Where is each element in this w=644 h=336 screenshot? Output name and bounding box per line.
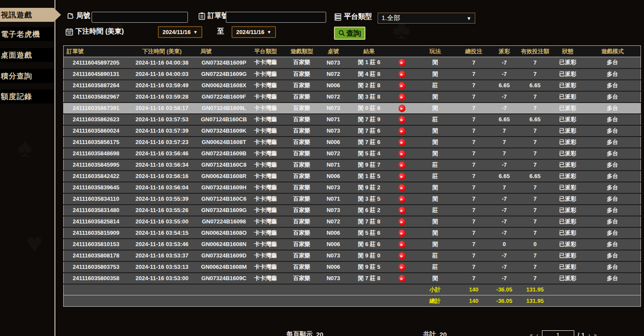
play-icon[interactable]: ▶ [399,184,405,192]
play-icon[interactable]: ▶ [399,173,405,180]
play-icon[interactable]: ▶ [399,195,405,203]
table-row[interactable]: 241116035862623 2024-11-16 03:57:53 GN07… [64,114,641,125]
sidebar-item-points-query[interactable]: 積分查詢 [0,69,54,83]
play-icon[interactable]: ▶ [399,105,405,112]
play-icon[interactable]: ▶ [399,252,405,260]
play-icon[interactable]: ▶ [399,116,405,123]
sidebar-item-table-games[interactable]: 桌面遊戲 [0,48,54,62]
cell-replay: ▶ [392,91,412,103]
cell-bet-time: 2024-11-16 03:55:26 [126,205,199,216]
play-icon[interactable]: ▶ [399,82,405,89]
platform-type-select[interactable]: 1.全部 ▼ [378,13,475,24]
cell-platform-type: 卡卡灣廳 [248,216,284,227]
chevron-down-icon: ▼ [467,16,471,21]
table-row[interactable]: 241116035810153 2024-11-16 03:53:46 GN00… [64,239,641,250]
sidebar-item-label: 電子老虎機 [1,29,40,39]
last-page-button[interactable]: » [594,332,597,336]
table-row[interactable]: 241116035848698 2024-11-16 03:56:46 GN07… [64,148,641,159]
cell-table-number: N006 [320,227,347,239]
page-number-input[interactable] [542,330,574,336]
play-icon[interactable]: ▶ [399,207,405,214]
table-row[interactable]: 241116035831480 2024-11-16 03:55:26 GN07… [64,205,641,216]
col-header-round-number: 局號 [199,46,248,57]
cell-order-number: 241116045890131 [64,69,126,80]
table-row[interactable]: 241116035845995 2024-11-16 03:56:34 GN07… [64,159,641,171]
col-header-valid-bet: 有效投注額 [519,46,551,57]
cell-table-number: N006 [320,261,347,273]
table-row[interactable]: 241116035834110 2024-11-16 03:55:39 GN07… [64,193,641,205]
play-icon[interactable]: ▶ [399,139,405,146]
cell-table-number: N073 [320,250,347,261]
cell-game-type: 百家樂 [284,227,320,239]
cell-replay: ▶ [392,57,412,69]
sidebar-item-credit-record[interactable]: 額度記錄 [0,89,54,103]
cell-status: 已派彩 [551,261,585,273]
cell-order-number: 241116045897205 [64,57,126,69]
cell-bet-time: 2024-11-16 03:55:00 [126,216,199,227]
cell-round-number: GN07224B1609G [199,69,248,80]
per-page-control[interactable]: 每頁顯示 20 [286,330,324,336]
cell-status: 已派彩 [551,57,585,69]
date-from-picker[interactable]: 2024/11/16 ▼ [158,26,202,38]
col-header-result: 結果 [347,46,392,57]
play-icon[interactable]: ▶ [399,218,405,226]
table-row[interactable]: 241116035839645 2024-11-16 03:56:04 GN07… [64,182,641,193]
table-row[interactable]: 241116035842422 2024-11-16 03:56:16 GN00… [64,171,641,182]
table-row[interactable]: 241116035860024 2024-11-16 03:57:39 GN07… [64,125,641,137]
cell-order-number: 241116035882967 [64,91,126,103]
cell-table-number: N072 [320,91,347,103]
table-row[interactable]: 241116035800358 2024-11-16 03:53:00 GN07… [64,273,641,284]
cell-bet-time: 2024-11-16 03:54:15 [126,227,199,239]
table-row[interactable]: 241116045897205 2024-11-16 04:00:38 GN07… [64,57,641,69]
cell-total-bet: 7 [458,239,490,250]
list-icon [334,13,342,21]
cell-result: 閒 0 莊 8 [347,103,392,114]
cell-table-number: N073 [320,273,347,284]
date-to-picker[interactable]: 2024/11/16 ▼ [232,26,276,38]
cell-order-number: 241116035808178 [64,250,126,261]
cell-replay: ▶ [392,227,412,239]
table-row[interactable]: 241116035803753 2024-11-16 03:53:13 GN00… [64,261,641,273]
col-header-platform-type: 平台類型 [248,46,284,57]
cell-game-mode: 多台 [585,239,641,250]
cell-order-number: 241116035845995 [64,159,126,171]
col-header-game-mode: 遊戲模式 [585,46,641,57]
cell-total-bet: 7 [458,205,490,216]
first-page-button[interactable]: « [530,332,533,336]
table-row[interactable]: 241116035887264 2024-11-16 03:59:49 GN00… [64,80,641,91]
cell-order-number: 241116035848698 [64,148,126,159]
play-icon[interactable]: ▶ [399,264,405,271]
table-row[interactable]: 241116035815909 2024-11-16 03:54:15 GN00… [64,227,641,239]
cell-bet-time: 2024-11-16 03:59:49 [126,80,199,91]
play-icon[interactable]: ▶ [399,230,405,237]
sidebar-item-video-games[interactable]: 視訊遊戲 [0,8,54,22]
table-row[interactable]: 241116035825814 2024-11-16 03:55:00 GN07… [64,216,641,227]
round-number-input[interactable] [92,12,188,23]
play-icon[interactable]: ▶ [399,275,405,282]
play-icon[interactable]: ▶ [399,93,405,101]
next-page-button[interactable]: › [588,332,590,336]
play-icon[interactable]: ▶ [399,59,405,66]
play-icon[interactable]: ▶ [399,71,405,78]
cell-table-number: N071 [320,193,347,205]
cell-result: 閒 6 莊 2 [347,205,392,216]
cell-game-type: 百家樂 [284,114,320,125]
play-icon[interactable]: ▶ [399,161,405,169]
search-button[interactable]: 查詢 [334,27,365,40]
cell-game-type: 百家樂 [284,171,320,182]
table-row[interactable]: 241116045890131 2024-11-16 04:00:03 GN07… [64,69,641,80]
cell-platform-type: 卡卡灣廳 [248,103,284,114]
sidebar-item-slot-machines[interactable]: 電子老虎機 [0,27,54,41]
order-number-input[interactable] [226,12,326,23]
table-row[interactable]: 241116035882967 2024-11-16 03:59:28 GN07… [64,91,641,103]
play-icon[interactable]: ▶ [399,241,405,248]
table-row[interactable]: 241116035856175 2024-11-16 03:57:23 GN00… [64,137,641,148]
cell-game-type: 百家樂 [284,125,320,137]
play-icon[interactable]: ▶ [399,127,405,135]
prev-page-button[interactable]: ‹ [536,332,538,336]
table-row[interactable]: 241116035867391 2024-11-16 03:58:17 GN07… [64,103,641,114]
play-icon[interactable]: ▶ [399,150,405,158]
table-row[interactable]: 241116035808178 2024-11-16 03:53:37 GN07… [64,250,641,261]
cell-bet-type: 莊 [412,250,458,261]
cell-bet-time: 2024-11-16 03:57:53 [126,114,199,125]
